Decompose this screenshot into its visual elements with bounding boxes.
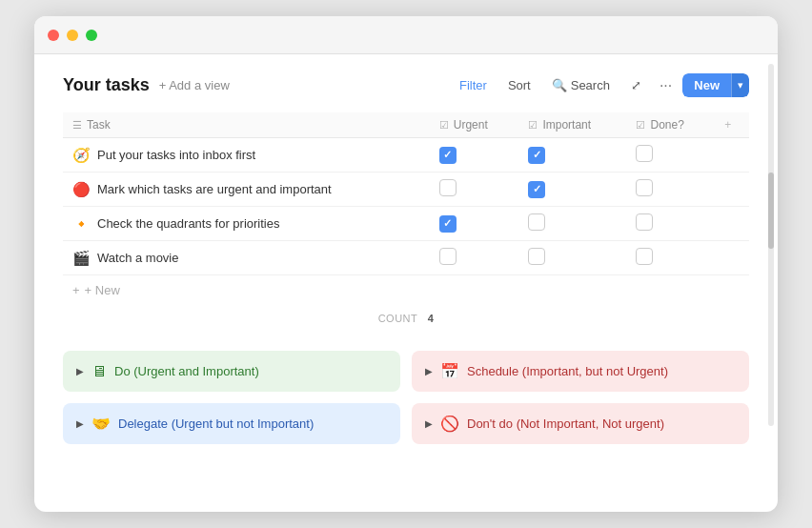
extra-cell-0: [715, 138, 749, 173]
done-cell-1[interactable]: [626, 173, 715, 207]
col-header-urgent: ☑ Urgent: [430, 112, 519, 138]
task-row-icon: 🔴: [72, 181, 91, 198]
done-cell-3[interactable]: [626, 241, 715, 275]
task-cell-3: 🎬 Watch a movie: [63, 241, 430, 275]
urgent-col-icon: ☑: [439, 119, 449, 132]
quadrant-label-do: Do (Urgent and Important): [114, 364, 259, 378]
count-row: COUNT 4: [63, 305, 749, 332]
table-row: 🎬 Watch a movie: [63, 241, 749, 275]
table-row: 🧭 Put your tasks into inbox first: [63, 138, 749, 173]
page-header: Your tasks + Add a view Filter Sort 🔍 Se…: [63, 73, 749, 97]
task-row-icon: 🔸: [72, 215, 91, 233]
search-button[interactable]: 🔍 Search: [544, 74, 618, 96]
maximize-button[interactable]: [86, 30, 97, 41]
checkbox-checked[interactable]: [439, 215, 457, 233]
add-new-row[interactable]: + + New: [63, 275, 749, 305]
col-header-done: ☑ Done?: [626, 112, 715, 138]
quadrant-label-schedule: Schedule (Important, but not Urgent): [467, 364, 668, 378]
quadrant-schedule[interactable]: ▶ 📅 Schedule (Important, but not Urgent): [412, 351, 749, 392]
quadrant-arrow-dont-do: ▶: [425, 418, 433, 429]
quadrant-arrow-schedule: ▶: [425, 366, 433, 376]
quadrant-arrow-do: ▶: [76, 366, 84, 376]
col-header-task: ☰ Task: [63, 112, 430, 138]
checkbox-empty[interactable]: [439, 248, 457, 265]
checkbox-empty[interactable]: [636, 248, 653, 265]
task-name: Put your tasks into inbox first: [97, 148, 255, 162]
new-dropdown-button[interactable]: ▾: [731, 73, 749, 97]
urgent-cell-3[interactable]: [430, 241, 519, 275]
task-name: Check the quadrants for priorities: [97, 216, 279, 231]
page-title: Your tasks: [63, 75, 150, 95]
main-window: Your tasks + Add a view Filter Sort 🔍 Se…: [34, 16, 778, 512]
scrollbar-thumb[interactable]: [768, 173, 774, 249]
new-button[interactable]: New: [682, 73, 731, 97]
done-col-icon: ☑: [636, 119, 645, 132]
important-cell-2[interactable]: [518, 207, 626, 241]
title-bar: [34, 16, 778, 54]
urgent-cell-0[interactable]: [430, 138, 519, 173]
quadrant-delegate[interactable]: ▶ 🤝 Delegate (Urgent but not Important): [63, 403, 400, 444]
task-row-icon: 🧭: [72, 147, 91, 164]
minimize-button[interactable]: [67, 30, 78, 41]
checkbox-empty[interactable]: [528, 213, 545, 231]
close-button[interactable]: [48, 30, 59, 41]
add-new-icon: +: [72, 283, 80, 297]
checkbox-checked[interactable]: [528, 181, 545, 198]
new-button-group: New ▾: [682, 73, 749, 97]
done-cell-2[interactable]: [626, 207, 715, 241]
extra-cell-3: [715, 241, 749, 275]
quadrant-arrow-delegate: ▶: [76, 418, 84, 429]
extra-cell-1: [715, 173, 749, 207]
quadrant-label-dont-do: Don't do (Not Important, Not urgent): [467, 416, 664, 431]
important-cell-0[interactable]: [518, 138, 626, 173]
important-cell-1[interactable]: [518, 173, 626, 207]
quadrant-icon-dont-do: 🚫: [440, 415, 459, 433]
search-icon: 🔍: [552, 78, 567, 92]
task-name: Watch a movie: [97, 251, 179, 265]
task-cell-0: 🧭 Put your tasks into inbox first: [63, 138, 430, 173]
task-name: Mark which tasks are urgent and importan…: [97, 182, 332, 196]
add-view-button[interactable]: + Add a view: [159, 78, 230, 92]
add-col-icon[interactable]: +: [724, 118, 731, 132]
more-button[interactable]: ···: [655, 75, 677, 96]
done-cell-0[interactable]: [626, 138, 715, 173]
task-row-icon: 🎬: [72, 250, 91, 267]
filter-button[interactable]: Filter: [452, 74, 495, 96]
checkbox-empty[interactable]: [636, 179, 653, 196]
page-content: Your tasks + Add a view Filter Sort 🔍 Se…: [34, 54, 778, 463]
task-table: ☰ Task ☑ Urgent ☑ Important: [63, 112, 749, 275]
sort-button[interactable]: Sort: [500, 74, 538, 96]
checkbox-empty[interactable]: [528, 248, 545, 265]
checkbox-empty[interactable]: [439, 179, 457, 196]
expand-icon: ⤢: [631, 78, 641, 92]
table-row: 🔴 Mark which tasks are urgent and import…: [63, 173, 749, 207]
task-col-icon: ☰: [72, 119, 82, 132]
checkbox-empty[interactable]: [636, 213, 653, 231]
col-header-important: ☑ Important: [518, 112, 626, 138]
quadrant-icon-schedule: 📅: [440, 362, 459, 380]
quadrant-dont-do[interactable]: ▶ 🚫 Don't do (Not Important, Not urgent): [412, 403, 749, 444]
checkbox-checked[interactable]: [439, 147, 457, 164]
expand-button[interactable]: ⤢: [623, 74, 649, 96]
task-cell-1: 🔴 Mark which tasks are urgent and import…: [63, 173, 430, 207]
page-header-left: Your tasks + Add a view: [63, 75, 230, 95]
extra-cell-2: [715, 207, 749, 241]
quadrants-section: ▶ 🖥 Do (Urgent and Important) ▶ 📅 Schedu…: [63, 351, 749, 444]
quadrant-do[interactable]: ▶ 🖥 Do (Urgent and Important): [63, 351, 400, 392]
col-header-add[interactable]: +: [715, 112, 749, 138]
urgent-cell-2[interactable]: [430, 207, 519, 241]
task-cell-2: 🔸 Check the quadrants for priorities: [63, 207, 430, 241]
checkbox-checked[interactable]: [528, 147, 545, 164]
important-cell-3[interactable]: [518, 241, 626, 275]
quadrant-label-delegate: Delegate (Urgent but not Important): [118, 416, 314, 431]
table-row: 🔸 Check the quadrants for priorities: [63, 207, 749, 241]
checkbox-empty[interactable]: [636, 145, 653, 162]
important-col-icon: ☑: [528, 119, 538, 132]
quadrant-icon-delegate: 🤝: [91, 415, 111, 433]
quadrant-icon-do: 🖥: [91, 363, 107, 380]
scrollbar[interactable]: [768, 64, 774, 426]
urgent-cell-1[interactable]: [430, 173, 519, 207]
page-header-right: Filter Sort 🔍 Search ⤢ ··· New ▾: [452, 73, 749, 97]
